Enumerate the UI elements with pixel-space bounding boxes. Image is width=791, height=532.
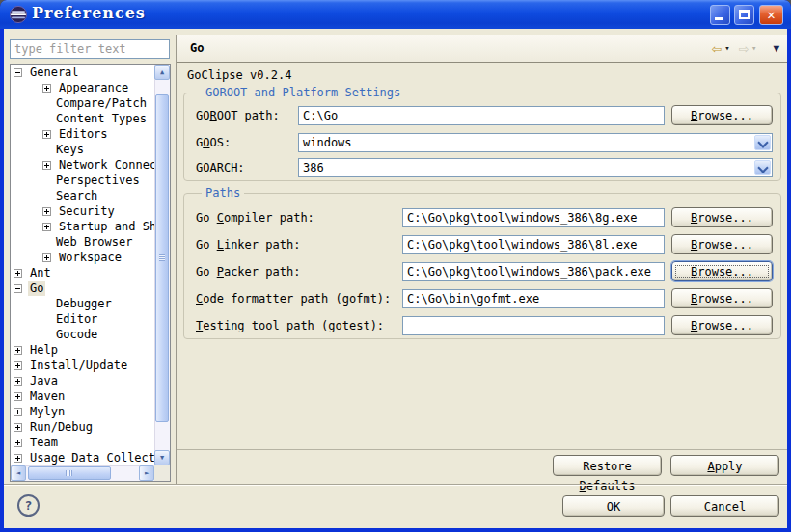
vertical-scroll-thumb[interactable] bbox=[155, 94, 169, 422]
tree-item-perspectives[interactable]: Perspectives bbox=[11, 173, 154, 188]
plus-box-icon[interactable] bbox=[14, 361, 22, 370]
tree-item-label: Workspace bbox=[57, 251, 123, 265]
titlebar: Preferences ✕ bbox=[0, 0, 791, 29]
plus-box-icon[interactable] bbox=[42, 253, 51, 262]
minimize-icon bbox=[715, 17, 723, 20]
back-menu-chevron-icon[interactable]: ▾ bbox=[724, 43, 729, 53]
linker-path-field[interactable] bbox=[402, 235, 665, 254]
plus-box-icon[interactable] bbox=[14, 454, 22, 463]
tree-item-network-connect[interactable]: Network Connect bbox=[11, 157, 154, 173]
packer-path-field[interactable] bbox=[402, 262, 665, 281]
plus-box-icon[interactable] bbox=[14, 439, 22, 447]
plus-box-icon[interactable] bbox=[42, 223, 51, 231]
tree-item-appearance[interactable]: Appearance bbox=[11, 80, 154, 95]
minus-box-icon[interactable] bbox=[14, 284, 22, 293]
plus-box-icon[interactable] bbox=[14, 408, 22, 416]
maximize-button[interactable] bbox=[734, 5, 754, 25]
scroll-up-button[interactable]: ▲ bbox=[154, 65, 170, 80]
goos-combo[interactable]: windows bbox=[298, 133, 773, 152]
gotest-browse-button[interactable]: Browse... bbox=[671, 315, 773, 335]
dropdown-arrow-icon[interactable] bbox=[754, 160, 771, 175]
plus-box-icon[interactable] bbox=[14, 269, 22, 278]
scroll-right-button[interactable]: ► bbox=[139, 466, 154, 481]
tree-item-debugger[interactable]: Debugger bbox=[11, 296, 154, 311]
tree-vertical-scrollbar[interactable]: ▲ ▼ bbox=[154, 65, 170, 466]
plus-box-icon[interactable] bbox=[14, 377, 22, 386]
scroll-left-button[interactable]: ◄ bbox=[11, 466, 26, 481]
tree-item-label: Gocode bbox=[54, 328, 99, 342]
scrollbar-corner bbox=[154, 466, 170, 481]
minimize-button[interactable] bbox=[710, 5, 730, 25]
close-icon: ✕ bbox=[767, 7, 775, 22]
plus-box-icon[interactable] bbox=[14, 346, 22, 355]
plus-box-icon[interactable] bbox=[42, 161, 51, 170]
plus-box-icon[interactable] bbox=[42, 130, 51, 139]
tree-item-label: Team bbox=[28, 436, 60, 450]
linker-browse-button[interactable]: Browse... bbox=[671, 234, 773, 254]
tree-item-team[interactable]: Team bbox=[11, 435, 154, 450]
view-menu-icon[interactable]: ▼ bbox=[773, 42, 779, 55]
window-title: Preferences bbox=[32, 4, 146, 22]
tree-item-startup-and-shu[interactable]: Startup and Shu bbox=[11, 219, 154, 234]
gofmt-browse-button[interactable]: Browse... bbox=[671, 288, 773, 308]
cancel-button[interactable]: Cancel bbox=[670, 495, 779, 517]
tree-item-usage-data-collect[interactable]: Usage Data Collect bbox=[11, 450, 154, 466]
tree-item-mylyn[interactable]: Mylyn bbox=[11, 404, 154, 419]
plus-box-icon[interactable] bbox=[42, 84, 51, 93]
tree-item-install-update[interactable]: Install/Update bbox=[11, 358, 154, 373]
tree-item-content-types[interactable]: Content Types bbox=[11, 111, 154, 126]
eclipse-logo-icon bbox=[9, 5, 28, 24]
gotest-path-field[interactable] bbox=[402, 316, 665, 335]
apply-button[interactable]: Apply bbox=[670, 455, 779, 476]
tree-item-security[interactable]: Security bbox=[11, 203, 154, 219]
plus-box-icon[interactable] bbox=[14, 392, 22, 401]
scroll-up-icon: ▲ bbox=[160, 68, 164, 76]
goarch-combo[interactable]: 386 bbox=[298, 158, 773, 177]
dropdown-arrow-icon[interactable] bbox=[754, 135, 771, 150]
tree-item-search[interactable]: Search bbox=[11, 188, 154, 203]
tree-item-go[interactable]: Go bbox=[11, 280, 154, 296]
page-title: Go bbox=[190, 41, 204, 55]
plus-box-icon[interactable] bbox=[42, 207, 51, 216]
paths-group: Paths Go Compiler path: Browse... Go Lin… bbox=[183, 193, 781, 339]
packer-browse-button[interactable]: Browse... bbox=[671, 261, 773, 281]
tree-item-editors[interactable]: Editors bbox=[11, 126, 154, 142]
tree-item-label: Editors bbox=[57, 127, 110, 142]
forward-icon[interactable]: ⇨ bbox=[739, 40, 749, 57]
goroot-path-field[interactable] bbox=[298, 106, 665, 125]
tree-item-maven[interactable]: Maven bbox=[11, 388, 154, 404]
tree-item-general[interactable]: General bbox=[11, 65, 154, 80]
horizontal-scroll-thumb[interactable] bbox=[28, 466, 111, 480]
plus-box-icon[interactable] bbox=[14, 423, 22, 432]
help-icon: ? bbox=[25, 498, 33, 513]
restore-defaults-button[interactable]: Restore Defaults bbox=[553, 455, 662, 476]
tree-item-compare-patch[interactable]: Compare/Patch bbox=[11, 95, 154, 111]
tree-item-gocode[interactable]: Gocode bbox=[11, 327, 154, 342]
ok-button[interactable]: OK bbox=[562, 495, 665, 517]
compiler-path-field[interactable] bbox=[402, 208, 665, 227]
tree-item-run-debug[interactable]: Run/Debug bbox=[11, 419, 154, 435]
compiler-browse-button[interactable]: Browse... bbox=[671, 207, 773, 227]
tree-item-label: Usage Data Collect bbox=[28, 451, 154, 466]
filter-input[interactable] bbox=[10, 39, 170, 59]
tree-item-help[interactable]: Help bbox=[11, 342, 154, 358]
close-button[interactable]: ✕ bbox=[759, 5, 783, 25]
goroot-browse-button[interactable]: Browse... bbox=[671, 105, 773, 125]
tree-item-java[interactable]: Java bbox=[11, 373, 154, 388]
goos-combo-value: windows bbox=[303, 135, 352, 151]
tree-item-label: Content Types bbox=[54, 112, 149, 126]
tree-item-label: Go bbox=[28, 281, 45, 296]
tree-item-web-browser[interactable]: Web Browser bbox=[11, 234, 154, 250]
tree-item-keys[interactable]: Keys bbox=[11, 142, 154, 157]
goarch-label: GOARCH: bbox=[196, 158, 245, 177]
scroll-down-button[interactable]: ▼ bbox=[154, 450, 170, 466]
back-icon[interactable]: ⇦ bbox=[712, 40, 722, 57]
tree-item-workspace[interactable]: Workspace bbox=[11, 250, 154, 265]
help-button[interactable]: ? bbox=[17, 494, 40, 517]
gofmt-path-label: Code formatter path (gofmt): bbox=[196, 289, 391, 308]
tree-item-ant[interactable]: Ant bbox=[11, 265, 154, 280]
minus-box-icon[interactable] bbox=[14, 68, 22, 77]
tree-horizontal-scrollbar[interactable]: ◄ ► bbox=[11, 466, 154, 481]
gofmt-path-field[interactable] bbox=[402, 289, 665, 308]
tree-item-editor[interactable]: Editor bbox=[11, 311, 154, 327]
